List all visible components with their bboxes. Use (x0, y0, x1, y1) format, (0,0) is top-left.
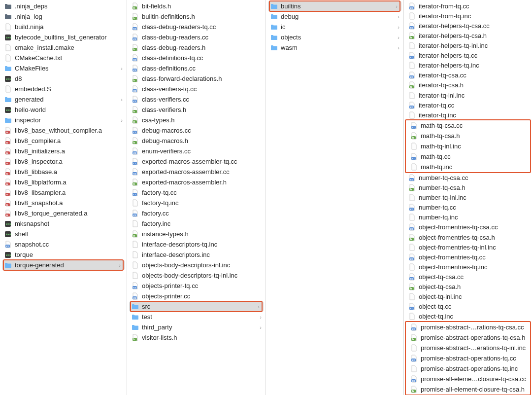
list-item[interactable]: iterator-helpers-tq.inc (404, 61, 532, 71)
list-item[interactable]: alibv8_libplatform.a (0, 177, 127, 187)
list-item[interactable]: hdebug-macros.h (127, 136, 266, 146)
list-item[interactable]: object-tq-inl.inc (404, 292, 532, 302)
list-item[interactable]: interface-descriptors.inc (127, 250, 266, 260)
list-item[interactable]: hpromise-abstract-operations-tq-csa.h (406, 332, 530, 343)
list-item[interactable]: ccobject-tq-csa.cc (404, 272, 532, 282)
list-item[interactable]: math-tq-inl.inc (406, 141, 530, 151)
list-item[interactable]: hclass-debug-readers.h (127, 42, 266, 53)
list-item[interactable]: exectorque (0, 250, 127, 260)
list-item[interactable]: cciterator-from-tq.cc (404, 1, 532, 11)
list-item[interactable]: ccobject-fromentries-tq.cc (404, 252, 532, 262)
list-item[interactable]: ccpromise-abstract-…rations-tq-csa.cc (406, 322, 530, 332)
list-item[interactable]: ccclass-definitions-tq.cc (127, 53, 266, 63)
list-item[interactable]: hobject-tq-csa.h (404, 282, 532, 292)
list-item[interactable]: torque-generated› (2, 260, 125, 270)
list-item[interactable]: embedded.S (0, 84, 127, 94)
list-item[interactable]: hexported-macros-assembler.h (127, 177, 266, 187)
list-item[interactable]: execshell (0, 229, 127, 239)
list-item[interactable]: ccpromise-abstract-operations-tq.cc (406, 353, 530, 363)
list-item[interactable]: third_party› (127, 322, 266, 332)
list-item[interactable]: ccnumber-tq.cc (404, 203, 532, 213)
list-item[interactable]: alibv8_libbase.a (0, 167, 127, 177)
list-item[interactable]: interface-descriptors-tq.inc (127, 239, 266, 250)
list-item[interactable]: cciterator-tq-csa.cc (404, 71, 532, 80)
list-item[interactable]: promise-abstract-operations-tq.inc (406, 363, 530, 374)
list-item[interactable]: alibv8_base_without_compiler.a (0, 125, 127, 136)
list-item[interactable]: ccmath-tq-csa.cc (406, 120, 530, 131)
list-item[interactable]: number-tq-inl.inc (404, 193, 532, 203)
list-item[interactable]: factory-tq.inc (127, 198, 266, 208)
list-item[interactable]: cmake_install.cmake (0, 42, 127, 53)
list-item[interactable]: ccenum-verifiers.cc (127, 146, 266, 156)
list-item[interactable]: alibv8_torque_generated.a (0, 208, 127, 218)
list-item[interactable]: ccobject-fromentries-tq-csa.cc (404, 222, 532, 232)
list-item[interactable]: test› (127, 312, 266, 322)
list-item[interactable]: hinstance-types.h (127, 229, 266, 239)
list-item[interactable]: ccclass-debug-readers.cc (127, 32, 266, 42)
list-item[interactable]: hclass-forward-declarations.h (127, 73, 266, 84)
list-item[interactable]: alibv8_snapshot.a (0, 198, 127, 208)
list-item[interactable]: object-fromentries-tq-inl.inc (404, 242, 532, 252)
list-item[interactable]: iterator-from-tq.inc (404, 11, 532, 21)
list-item[interactable]: ccclass-verifiers-tq.cc (127, 84, 266, 94)
list-item[interactable]: ccclass-verifiers.cc (127, 94, 266, 105)
list-item[interactable]: hnumber-tq-csa.h (404, 182, 532, 192)
list-item[interactable]: ccnumber-tq-csa.cc (404, 173, 532, 182)
list-item[interactable]: alibv8_inspector.a (0, 156, 127, 167)
list-item[interactable]: objects-body-descriptors-tq-inl.inc (127, 270, 266, 281)
list-item[interactable]: objects-body-descriptors-inl.inc (127, 260, 266, 270)
list-item[interactable]: ccmath-tq.cc (406, 151, 530, 162)
list-item[interactable]: CMakeFiles› (0, 63, 127, 73)
list-item[interactable]: hpromise-all-element-closure-tq-csa.h (406, 384, 530, 395)
list-item[interactable]: ccclass-definitions.cc (127, 63, 266, 73)
list-item[interactable]: exechello-world (0, 105, 127, 115)
list-item[interactable]: hcsa-types.h (127, 115, 266, 125)
list-item[interactable]: ic› (266, 22, 403, 32)
list-item[interactable]: build.ninja (0, 22, 127, 32)
list-item[interactable]: CMakeCache.txt (0, 53, 127, 63)
list-item[interactable]: inspector› (0, 115, 127, 125)
list-item[interactable]: factory.inc (127, 218, 266, 229)
list-item[interactable]: iterator-helpers-tq-inl.inc (404, 40, 532, 50)
list-item[interactable]: object-tq.inc (404, 312, 532, 322)
list-item[interactable]: number-tq.inc (404, 213, 532, 222)
list-item[interactable]: promise-abstract-…erations-tq-inl.inc (406, 343, 530, 353)
list-item[interactable]: iterator-tq-inl.inc (404, 90, 532, 100)
list-item[interactable]: hbit-fields.h (127, 1, 266, 11)
list-item[interactable]: iterator-tq.inc (404, 110, 532, 120)
list-item[interactable]: cciterator-helpers-tq-csa.cc (404, 21, 532, 31)
list-item[interactable]: execbytecode_builtins_list_generator (0, 32, 127, 42)
list-item[interactable]: math-tq.inc (406, 162, 530, 172)
list-item[interactable]: src› (129, 301, 264, 312)
list-item[interactable]: .ninja_deps (0, 1, 127, 11)
list-item[interactable]: hvisitor-lists.h (127, 332, 266, 343)
list-item[interactable]: hclass-verifiers.h (127, 105, 266, 115)
list-item[interactable]: generated› (0, 94, 127, 105)
list-item[interactable]: hiterator-helpers-tq-csa.h (404, 31, 532, 40)
list-item[interactable]: alibv8_libsampler.a (0, 187, 127, 198)
list-item[interactable]: debug› (266, 11, 403, 22)
list-item[interactable]: execmksnapshot (0, 218, 127, 229)
list-item[interactable]: execd8 (0, 73, 127, 84)
list-item[interactable]: hiterator-tq-csa.h (404, 80, 532, 90)
list-item[interactable]: objects› (266, 32, 403, 42)
list-item[interactable]: hmath-tq-csa.h (406, 131, 530, 141)
list-item[interactable]: .ninja_log (0, 11, 127, 22)
list-item[interactable]: ccobject-tq.cc (404, 302, 532, 312)
list-item[interactable]: cciterator-tq.cc (404, 100, 532, 110)
list-item[interactable]: object-fromentries-tq.inc (404, 262, 532, 272)
list-item[interactable]: hbuiltin-definitions.h (127, 11, 266, 22)
list-item[interactable]: ccfactory-tq.cc (127, 187, 266, 198)
list-item[interactable]: alibv8_initializers.a (0, 146, 127, 156)
list-item[interactable]: ccexported-macros-assembler-tq.cc (127, 156, 266, 167)
list-item[interactable]: wasm› (266, 42, 403, 53)
list-item[interactable]: ccexported-macros-assembler.cc (127, 167, 266, 177)
list-item[interactable]: ccfactory.cc (127, 208, 266, 218)
list-item[interactable]: builtins› (268, 1, 401, 11)
list-item[interactable]: cciterator-helpers-tq.cc (404, 51, 532, 61)
list-item[interactable]: ccdebug-macros.cc (127, 125, 266, 136)
list-item[interactable]: alibv8_compiler.a (0, 136, 127, 146)
list-item[interactable]: hobject-fromentries-tq-csa.h (404, 232, 532, 242)
list-item[interactable]: ccpromise-all-eleme…closure-tq-csa.cc (406, 374, 530, 384)
list-item[interactable]: ccobjects-printer-tq.cc (127, 281, 266, 291)
